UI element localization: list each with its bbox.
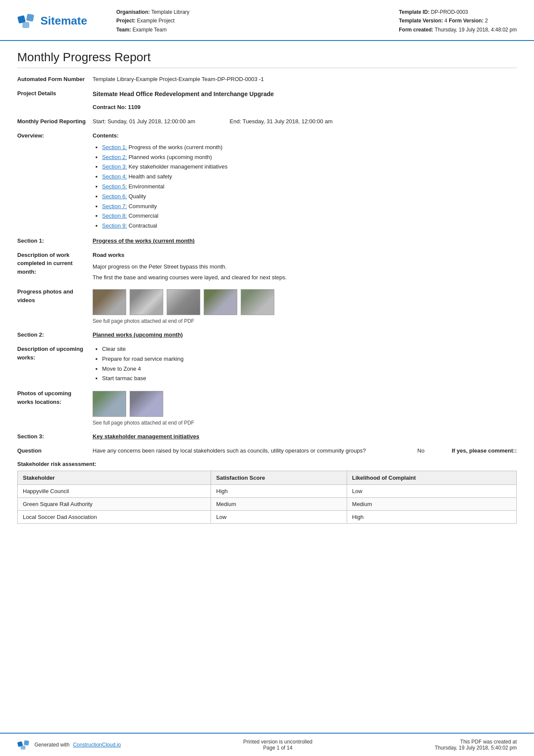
table-header-row: Stakeholder Satisfaction Score Likelihoo…	[18, 471, 517, 485]
section3-heading-value: Key stakeholder management initiatives	[93, 432, 517, 441]
project-line: Project: Example Project	[116, 16, 189, 25]
section1-label: Section 1:	[17, 237, 93, 245]
photo-thumb-1	[93, 289, 126, 315]
desc-work-label: Description of work completed in current…	[17, 251, 93, 276]
footer-logo-icon	[17, 739, 31, 751]
stakeholder-name: Happyville Council	[18, 485, 211, 498]
table-row: Happyville Council High Low	[18, 485, 517, 498]
list-item: Section 8: Commercial	[102, 212, 517, 221]
question-label: Question	[17, 447, 93, 455]
header-meta-right: Template ID: DP-PROD-0003 Template Versi…	[399, 8, 517, 34]
overview-row: Overview: Contents: Section 1: Progress …	[17, 131, 517, 231]
photo-thumb-3	[167, 289, 200, 315]
monthly-period-value: Start: Sunday, 01 July 2018, 12:00:00 am…	[93, 117, 517, 126]
team-line: Team: Example Team	[116, 25, 189, 34]
upcoming-photo-thumb-2	[130, 391, 163, 417]
svg-rect-4	[24, 740, 29, 746]
footer: Generated with ConstructionCloud.io Prin…	[0, 733, 534, 756]
table-row: Local Soccer Dad Association Low High	[18, 511, 517, 524]
upcoming-photo-thumb-1	[93, 391, 126, 417]
list-item: Section 2: Planned works (upcoming month…	[102, 153, 517, 162]
table-body: Happyville Council High Low Green Square…	[18, 485, 517, 524]
list-item: Move to Zone 4	[102, 365, 517, 374]
footer-right: This PDF was created at Thursday, 19 Jul…	[435, 739, 517, 751]
progress-photos-label: Progress photos and videos	[17, 287, 93, 304]
svg-rect-5	[21, 746, 25, 750]
list-item: Start tarmac base	[102, 374, 517, 383]
contents-list: Section 1: Progress of the works (curren…	[93, 143, 517, 231]
section1-row: Section 1: Progress of the works (curren…	[17, 237, 517, 246]
table-row: Green Square Rail Authority Medium Mediu…	[18, 498, 517, 511]
section2-heading-value: Planned works (upcoming month)	[93, 331, 517, 340]
template-id-line: Template ID: DP-PROD-0003	[399, 8, 517, 16]
upcoming-works-list: Clear site Prepare for road service mark…	[93, 345, 517, 383]
table-header-satisfaction: Satisfaction Score	[211, 471, 347, 485]
table-header-likelihood: Likelihood of Complaint	[347, 471, 516, 485]
overview-value: Contents: Section 1: Progress of the wor…	[93, 131, 517, 231]
list-item: Section 4: Health and safety	[102, 172, 517, 181]
satisfaction-score: High	[211, 485, 347, 498]
satisfaction-score: Medium	[211, 498, 347, 511]
section1-heading-value: Progress of the works (current month)	[93, 237, 517, 246]
upcoming-works-label: Description of upcoming works:	[17, 345, 93, 362]
desc-work-value: Road works Major progress on the Peter S…	[93, 251, 517, 282]
photo-thumb-5	[241, 289, 274, 315]
footer-generated-link[interactable]: ConstructionCloud.io	[73, 742, 121, 748]
stakeholder-table: Stakeholder Satisfaction Score Likelihoo…	[17, 471, 517, 524]
upcoming-photos-value: See full page photos attached at end of …	[93, 389, 517, 427]
list-item: Section 7: Community	[102, 202, 517, 211]
footer-generated-label: Generated with	[34, 742, 69, 748]
likelihood-complaint: Low	[347, 485, 516, 498]
header: Sitemate Organisation: Template Library …	[0, 0, 534, 41]
question-answer: No	[417, 447, 439, 456]
automated-form-label: Automated Form Number	[17, 75, 93, 84]
logo-text: Sitemate	[40, 14, 87, 28]
upcoming-photo-thumbnails	[93, 391, 517, 417]
automated-form-value: Template Library-Example Project-Example…	[93, 75, 517, 84]
sitemate-logo-icon	[17, 12, 36, 31]
logo-area: Sitemate	[17, 12, 103, 31]
svg-rect-1	[26, 13, 34, 22]
project-details-label: Project Details	[17, 89, 93, 98]
list-item: Section 3: Key stakeholder management in…	[102, 162, 517, 172]
footer-left: Generated with ConstructionCloud.io	[17, 739, 121, 751]
satisfaction-score: Low	[211, 511, 347, 524]
monthly-period-label: Monthly Period Reporting	[17, 117, 93, 126]
progress-photos-value: See full page photos attached at end of …	[93, 287, 517, 325]
automated-form-row: Automated Form Number Template Library-E…	[17, 75, 517, 84]
main-content: Monthly Progress Report Automated Form N…	[0, 41, 534, 733]
photo-thumbnails	[93, 289, 517, 315]
template-version-line: Template Version: 4 Form Version: 2	[399, 16, 517, 25]
question-text: Have any concerns been raised by local s…	[93, 447, 404, 456]
section3-label: Section 3:	[17, 432, 93, 441]
list-item: Prepare for road service marking	[102, 355, 517, 364]
list-item: Clear site	[102, 345, 517, 354]
project-details-value: Sitemate Head Office Redevelopment and I…	[93, 89, 517, 112]
photo-thumb-4	[204, 289, 237, 315]
project-details-row: Project Details Sitemate Head Office Red…	[17, 89, 517, 112]
section2-row: Section 2: Planned works (upcoming month…	[17, 331, 517, 340]
question-row: Question Have any concerns been raised b…	[17, 447, 517, 456]
likelihood-complaint: Medium	[347, 498, 516, 511]
upcoming-works-value: Clear site Prepare for road service mark…	[93, 345, 517, 384]
progress-photos-row: Progress photos and videos See full page…	[17, 287, 517, 325]
list-item: Section 9: Contractual	[102, 222, 517, 231]
header-meta: Organisation: Template Library Project: …	[103, 8, 517, 34]
overview-label: Overview:	[17, 131, 93, 140]
photo-thumb-2	[130, 289, 163, 315]
upcoming-photos-row: Photos of upcoming works locations: See …	[17, 389, 517, 427]
question-comment: If yes, please comment::	[452, 447, 517, 456]
stakeholder-name: Green Square Rail Authority	[18, 498, 211, 511]
list-item: Section 1: Progress of the works (curren…	[102, 143, 517, 152]
desc-work-row: Description of work completed in current…	[17, 251, 517, 282]
section2-label: Section 2:	[17, 331, 93, 339]
stakeholder-section: Stakeholder risk assessment: Stakeholder…	[17, 461, 517, 524]
org-line: Organisation: Template Library	[116, 8, 189, 16]
list-item: Section 5: Environmental	[102, 182, 517, 191]
page: Sitemate Organisation: Template Library …	[0, 0, 534, 756]
question-value: Have any concerns been raised by local s…	[93, 447, 517, 456]
period-dates: Start: Sunday, 01 July 2018, 12:00:00 am…	[93, 117, 517, 126]
form-created-line: Form created: Thursday, 19 July 2018, 4:…	[399, 25, 517, 34]
report-title: Monthly Progress Report	[17, 50, 517, 68]
table-header-stakeholder: Stakeholder	[18, 471, 211, 485]
